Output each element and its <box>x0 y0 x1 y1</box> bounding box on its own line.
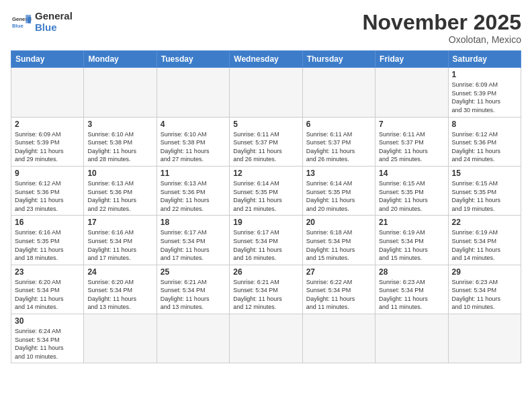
day-number: 20 <box>306 218 371 227</box>
table-row: 11Sunrise: 6:13 AM Sunset: 5:36 PM Dayli… <box>157 166 229 215</box>
day-number: 6 <box>306 120 371 129</box>
day-number: 29 <box>452 267 517 277</box>
table-row: 21Sunrise: 6:19 AM Sunset: 5:34 PM Dayli… <box>375 216 448 265</box>
table-row <box>375 314 448 363</box>
table-row: 13Sunrise: 6:14 AM Sunset: 5:35 PM Dayli… <box>302 166 375 215</box>
table-row <box>230 68 302 117</box>
day-info: Sunrise: 6:15 AM Sunset: 5:35 PM Dayligh… <box>452 179 517 213</box>
day-number: 27 <box>306 267 371 277</box>
day-number: 7 <box>379 120 444 129</box>
day-info: Sunrise: 6:10 AM Sunset: 5:38 PM Dayligh… <box>161 130 226 164</box>
day-number: 17 <box>87 218 152 227</box>
table-row <box>84 68 157 117</box>
header-sunday: Sunday <box>11 51 84 68</box>
table-row: 1Sunrise: 6:09 AM Sunset: 5:39 PM Daylig… <box>448 68 521 117</box>
day-info: Sunrise: 6:22 AM Sunset: 5:34 PM Dayligh… <box>306 278 371 312</box>
header-thursday: Thursday <box>302 51 375 68</box>
table-row: 2Sunrise: 6:09 AM Sunset: 5:39 PM Daylig… <box>11 117 84 166</box>
day-number: 24 <box>87 267 152 277</box>
table-row: 27Sunrise: 6:22 AM Sunset: 5:34 PM Dayli… <box>302 265 375 314</box>
table-row: 19Sunrise: 6:17 AM Sunset: 5:34 PM Dayli… <box>230 216 302 265</box>
table-row: 7Sunrise: 6:11 AM Sunset: 5:37 PM Daylig… <box>375 117 448 166</box>
day-number: 30 <box>15 316 80 326</box>
day-number: 5 <box>233 120 298 129</box>
header-saturday: Saturday <box>448 51 521 68</box>
day-number: 3 <box>87 120 152 129</box>
table-row <box>375 68 448 117</box>
generalblue-logo-icon: General Blue <box>11 13 32 32</box>
table-row: 12Sunrise: 6:14 AM Sunset: 5:35 PM Dayli… <box>230 166 302 215</box>
table-row: 23Sunrise: 6:20 AM Sunset: 5:34 PM Dayli… <box>11 265 84 314</box>
table-row: 9Sunrise: 6:12 AM Sunset: 5:36 PM Daylig… <box>11 166 84 215</box>
day-number: 28 <box>379 267 444 277</box>
day-info: Sunrise: 6:23 AM Sunset: 5:34 PM Dayligh… <box>379 278 444 312</box>
page: General Blue General Blue November 2025 … <box>0 0 532 411</box>
calendar: Sunday Monday Tuesday Wednesday Thursday… <box>11 50 521 363</box>
table-row: 4Sunrise: 6:10 AM Sunset: 5:38 PM Daylig… <box>157 117 229 166</box>
day-number: 25 <box>161 267 226 277</box>
day-number: 12 <box>233 169 298 178</box>
day-number: 11 <box>161 169 226 178</box>
day-number: 9 <box>15 169 80 178</box>
day-number: 16 <box>15 218 80 227</box>
table-row <box>230 314 302 363</box>
day-number: 26 <box>233 267 298 277</box>
header-friday: Friday <box>375 51 448 68</box>
day-info: Sunrise: 6:14 AM Sunset: 5:35 PM Dayligh… <box>233 179 298 213</box>
day-number: 22 <box>452 218 517 227</box>
day-info: Sunrise: 6:20 AM Sunset: 5:34 PM Dayligh… <box>87 278 152 312</box>
day-number: 4 <box>161 120 226 129</box>
day-info: Sunrise: 6:19 AM Sunset: 5:34 PM Dayligh… <box>379 228 444 262</box>
day-info: Sunrise: 6:12 AM Sunset: 5:36 PM Dayligh… <box>15 179 80 213</box>
day-info: Sunrise: 6:14 AM Sunset: 5:35 PM Dayligh… <box>306 179 371 213</box>
day-info: Sunrise: 6:15 AM Sunset: 5:35 PM Dayligh… <box>379 179 444 213</box>
day-number: 18 <box>161 218 226 227</box>
day-info: Sunrise: 6:09 AM Sunset: 5:39 PM Dayligh… <box>15 130 80 164</box>
day-info: Sunrise: 6:11 AM Sunset: 5:37 PM Dayligh… <box>233 130 298 164</box>
day-info: Sunrise: 6:16 AM Sunset: 5:34 PM Dayligh… <box>87 228 152 262</box>
day-info: Sunrise: 6:21 AM Sunset: 5:34 PM Dayligh… <box>161 278 226 312</box>
table-row <box>157 68 229 117</box>
day-number: 8 <box>452 120 517 129</box>
day-info: Sunrise: 6:21 AM Sunset: 5:34 PM Dayligh… <box>233 278 298 312</box>
table-row: 20Sunrise: 6:18 AM Sunset: 5:34 PM Dayli… <box>302 216 375 265</box>
day-info: Sunrise: 6:17 AM Sunset: 5:34 PM Dayligh… <box>233 228 298 262</box>
header: General Blue General Blue November 2025 … <box>11 11 521 45</box>
day-number: 21 <box>379 218 444 227</box>
day-info: Sunrise: 6:09 AM Sunset: 5:39 PM Dayligh… <box>452 81 517 114</box>
day-info: Sunrise: 6:12 AM Sunset: 5:36 PM Dayligh… <box>452 130 517 164</box>
day-info: Sunrise: 6:18 AM Sunset: 5:34 PM Dayligh… <box>306 228 371 262</box>
day-info: Sunrise: 6:13 AM Sunset: 5:36 PM Dayligh… <box>161 179 226 213</box>
table-row <box>157 314 229 363</box>
day-info: Sunrise: 6:16 AM Sunset: 5:35 PM Dayligh… <box>15 228 80 262</box>
table-row: 24Sunrise: 6:20 AM Sunset: 5:34 PM Dayli… <box>84 265 157 314</box>
table-row: 10Sunrise: 6:13 AM Sunset: 5:36 PM Dayli… <box>84 166 157 215</box>
table-row: 30Sunrise: 6:24 AM Sunset: 5:34 PM Dayli… <box>11 314 84 363</box>
day-number: 15 <box>452 169 517 178</box>
table-row: 29Sunrise: 6:23 AM Sunset: 5:34 PM Dayli… <box>448 265 521 314</box>
header-monday: Monday <box>84 51 157 68</box>
day-number: 2 <box>15 120 80 129</box>
table-row: 26Sunrise: 6:21 AM Sunset: 5:34 PM Dayli… <box>230 265 302 314</box>
location: Oxolotan, Mexico <box>362 34 521 45</box>
table-row: 14Sunrise: 6:15 AM Sunset: 5:35 PM Dayli… <box>375 166 448 215</box>
header-wednesday: Wednesday <box>230 51 302 68</box>
day-info: Sunrise: 6:17 AM Sunset: 5:34 PM Dayligh… <box>161 228 226 262</box>
table-row: 16Sunrise: 6:16 AM Sunset: 5:35 PM Dayli… <box>11 216 84 265</box>
table-row <box>302 314 375 363</box>
table-row: 18Sunrise: 6:17 AM Sunset: 5:34 PM Dayli… <box>157 216 229 265</box>
table-row: 5Sunrise: 6:11 AM Sunset: 5:37 PM Daylig… <box>230 117 302 166</box>
table-row <box>84 314 157 363</box>
day-info: Sunrise: 6:23 AM Sunset: 5:34 PM Dayligh… <box>452 278 517 312</box>
logo-general-text: General <box>35 11 73 22</box>
table-row <box>448 314 521 363</box>
table-row: 25Sunrise: 6:21 AM Sunset: 5:34 PM Dayli… <box>157 265 229 314</box>
day-number: 23 <box>15 267 80 277</box>
table-row <box>11 68 84 117</box>
day-info: Sunrise: 6:19 AM Sunset: 5:34 PM Dayligh… <box>452 228 517 262</box>
logo: General Blue General Blue <box>11 11 73 33</box>
table-row: 8Sunrise: 6:12 AM Sunset: 5:36 PM Daylig… <box>448 117 521 166</box>
day-number: 19 <box>233 218 298 227</box>
day-info: Sunrise: 6:24 AM Sunset: 5:34 PM Dayligh… <box>15 327 80 361</box>
svg-text:Blue: Blue <box>12 22 24 28</box>
